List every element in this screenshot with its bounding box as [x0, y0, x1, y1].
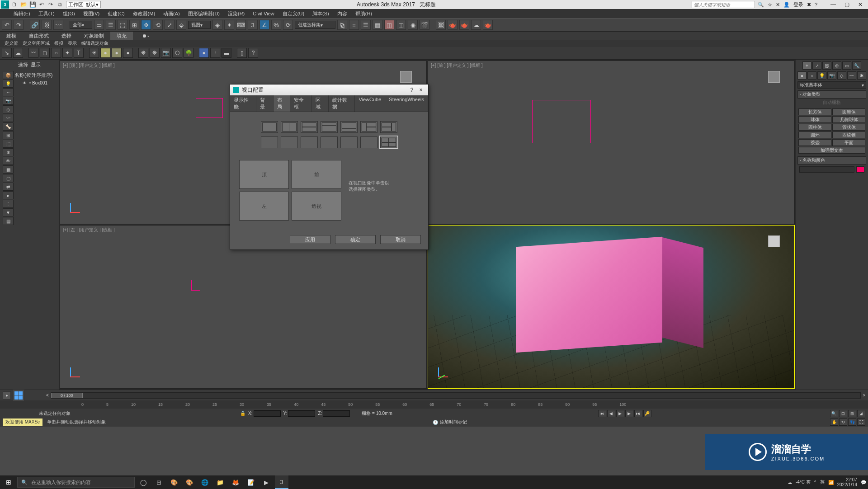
- move-icon[interactable]: ✥: [141, 20, 151, 30]
- layout-2[interactable]: [281, 121, 298, 133]
- ribbon-tab-objectpaint[interactable]: 对象绘制: [78, 32, 110, 40]
- unlink-icon[interactable]: ⛓: [42, 20, 52, 30]
- menu-create[interactable]: 创建(C): [108, 10, 124, 17]
- cmd-sub-geometry[interactable]: ●: [797, 71, 807, 80]
- scene-tab-select[interactable]: 选择: [18, 61, 28, 68]
- render-icon[interactable]: 🫖: [448, 20, 458, 30]
- tray-ime[interactable]: 英: [820, 479, 825, 485]
- lt-more-icon[interactable]: ⋮: [3, 200, 14, 208]
- autokey-icon[interactable]: 🕐: [433, 420, 438, 425]
- infocenter-icon[interactable]: 🔍: [758, 2, 764, 8]
- qat-open-icon[interactable]: 📂: [20, 1, 27, 8]
- lt-all-icon[interactable]: ▦: [3, 165, 14, 174]
- percent-snap-icon[interactable]: %: [271, 20, 281, 30]
- layout-10[interactable]: [301, 136, 318, 148]
- layout-7[interactable]: [380, 121, 397, 133]
- menu-edit[interactable]: 编辑(E): [14, 10, 30, 17]
- cmd-sub-helpers[interactable]: ◇: [837, 71, 846, 80]
- select-region-icon[interactable]: ⬚: [118, 20, 127, 30]
- lt-none-icon[interactable]: ▢: [3, 174, 14, 182]
- taskbar-search[interactable]: 🔍 在这里输入你要搜索的内容: [17, 477, 135, 488]
- menu-rendering[interactable]: 渲染(R): [228, 10, 245, 17]
- tray-wifi-icon[interactable]: 📶: [828, 480, 834, 485]
- dlg-tab-steering[interactable]: SteeringWheels: [385, 95, 428, 112]
- btn-torus[interactable]: 圆环: [798, 132, 831, 138]
- tray-notifications-icon[interactable]: 💬: [861, 480, 866, 485]
- dialog-close-button[interactable]: ×: [416, 87, 425, 93]
- lt-filter-icon[interactable]: ▼: [3, 208, 14, 216]
- cmd-tab-create[interactable]: +: [802, 61, 811, 70]
- lt-frozen-icon[interactable]: ❄: [3, 148, 14, 156]
- ribbon-sub-edit[interactable]: 编辑选定对象: [81, 40, 108, 47]
- cmd-sub-lights[interactable]: 💡: [817, 71, 826, 80]
- nav-goto-start-icon[interactable]: ⏮: [598, 410, 606, 417]
- helper1-icon[interactable]: ⬡: [172, 48, 182, 58]
- viewport-layout-button[interactable]: [13, 390, 24, 401]
- viewcube-persp[interactable]: [763, 230, 785, 253]
- preview-left[interactable]: 左: [239, 192, 289, 221]
- dialog-cancel-button[interactable]: 取消: [380, 235, 421, 244]
- square-icon[interactable]: ◻: [40, 48, 50, 58]
- render-prod-icon[interactable]: 🫖: [459, 20, 469, 30]
- time-slider-handle[interactable]: 0 / 100: [51, 393, 83, 398]
- viewcube-front[interactable]: [763, 66, 785, 88]
- autokey-label[interactable]: 添加时间标记: [440, 419, 467, 425]
- lt-col-icon[interactable]: ▤: [3, 217, 14, 225]
- menu-animation[interactable]: 动画(A): [163, 10, 180, 17]
- redo-icon[interactable]: ↷: [14, 20, 24, 30]
- camera-icon[interactable]: 📷: [161, 48, 171, 58]
- layout-1[interactable]: [261, 121, 278, 133]
- ribbon-sub-idle[interactable]: 定义空闲区域: [23, 40, 50, 47]
- render-online-icon[interactable]: 🫖: [483, 20, 493, 30]
- qat-redo-icon[interactable]: ↷: [47, 1, 54, 8]
- ref-coord[interactable]: 视图 ▾: [188, 21, 211, 29]
- dialog-apply-button[interactable]: 应用: [290, 235, 330, 244]
- scale-icon[interactable]: ⤢: [165, 20, 175, 30]
- material-editor-icon[interactable]: ◉: [408, 20, 418, 30]
- scene-tab-display[interactable]: 显示: [31, 61, 41, 68]
- nav-goto-end-icon[interactable]: ⏭: [634, 410, 642, 417]
- lt-helper-icon[interactable]: ◇: [3, 105, 14, 113]
- lt-cam-icon[interactable]: 📷: [3, 97, 14, 105]
- link-icon[interactable]: 🔗: [30, 20, 40, 30]
- undo-icon[interactable]: ↶: [2, 20, 12, 30]
- dlg-tab-viewcube[interactable]: ViewCube: [355, 95, 385, 112]
- particle1-icon[interactable]: ❋: [138, 48, 148, 58]
- star-icon[interactable]: ✦: [62, 48, 72, 58]
- primitive-dropdown[interactable]: 标准基本体▾: [797, 81, 866, 89]
- selection-filter[interactable]: 全部 ▾: [70, 21, 92, 29]
- qat-save-icon[interactable]: 💾: [29, 1, 36, 8]
- object-name-input[interactable]: [799, 166, 854, 173]
- menu-help[interactable]: 帮助(H): [355, 10, 372, 17]
- task-explorer-icon[interactable]: 📁: [213, 475, 227, 489]
- tray-expand-icon[interactable]: ^: [814, 480, 816, 485]
- layers-icon[interactable]: ☰: [361, 20, 371, 30]
- lt-obj-icon[interactable]: 📦: [3, 71, 14, 79]
- menu-customize[interactable]: 自定义(U): [283, 10, 304, 17]
- cmd-sub-spacewarps[interactable]: 〰: [847, 71, 856, 80]
- cmd-sub-shapes[interactable]: ○: [807, 71, 816, 80]
- close-button[interactable]: ✕: [854, 0, 867, 9]
- circle-icon[interactable]: ○: [51, 48, 61, 58]
- btn-teapot[interactable]: 茶壶: [798, 139, 831, 146]
- menu-scripting[interactable]: 脚本(S): [312, 10, 329, 17]
- btn-cylinder[interactable]: 圆柱体: [798, 124, 831, 131]
- align-icon[interactable]: ≡: [349, 20, 359, 30]
- text-icon[interactable]: T: [74, 48, 84, 58]
- spinner-snap-icon[interactable]: ⟳: [283, 20, 293, 30]
- vp-zoomext-icon[interactable]: ⊞: [848, 410, 856, 417]
- vp-walk-icon[interactable]: 👣: [848, 418, 856, 426]
- coord-y-input[interactable]: [288, 410, 315, 417]
- pivot-icon[interactable]: ◈: [212, 20, 222, 30]
- ribbon-sub-display[interactable]: 显示: [68, 40, 77, 47]
- phone-icon[interactable]: ▯: [237, 48, 247, 58]
- rotate-icon[interactable]: ⟲: [153, 20, 163, 30]
- layout-4[interactable]: [321, 121, 338, 133]
- schematic-icon[interactable]: ◫: [396, 20, 406, 30]
- lt-hidden-icon[interactable]: 👁: [3, 157, 14, 165]
- weather-text[interactable]: -4°C 雾: [796, 479, 811, 485]
- exchange-icon[interactable]: ✕: [776, 2, 780, 8]
- cmd-tab-hierarchy[interactable]: ⛓: [822, 61, 831, 70]
- weather-icon[interactable]: ☁: [788, 480, 792, 485]
- workspace-selector[interactable]: 工作区: 默认 ▾: [66, 1, 101, 8]
